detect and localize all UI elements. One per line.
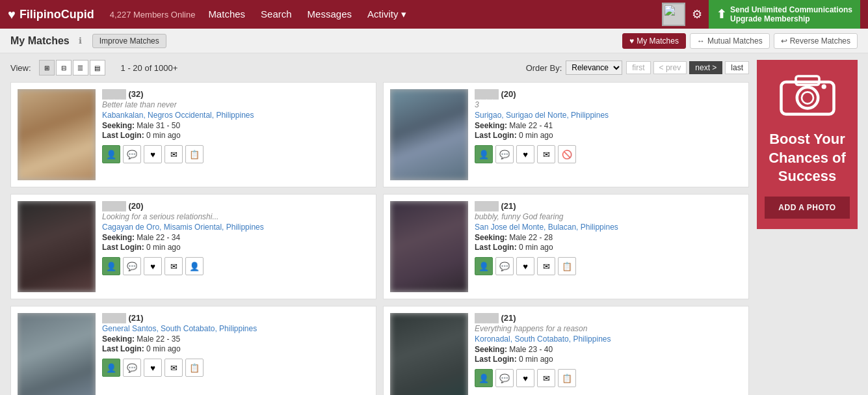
match-last-login: Last Login: 0 min ago — [102, 131, 369, 140]
message-btn[interactable]: 💬 — [123, 359, 141, 377]
wink-btn[interactable]: ✉ — [537, 369, 555, 387]
block-btn[interactable]: 📋 — [558, 257, 576, 275]
match-photo[interactable] — [18, 201, 96, 292]
add-friend-btn[interactable]: 👤 — [475, 145, 493, 163]
like-btn[interactable]: ♥ — [144, 359, 162, 377]
match-name[interactable]: ████ (20) — [102, 201, 369, 211]
match-actions: 👤 💬 ♥ ✉ 📋 — [475, 257, 742, 275]
match-name[interactable]: ████ (21) — [475, 313, 742, 323]
message-btn[interactable]: 💬 — [495, 145, 514, 163]
view-small-grid[interactable]: ⊟ — [56, 60, 72, 75]
add-friend-btn[interactable]: 👤 — [475, 257, 493, 275]
page-prev[interactable]: < prev — [653, 61, 687, 74]
match-photo[interactable] — [390, 313, 468, 395]
add-friend-btn[interactable]: 👤 — [102, 359, 120, 377]
view-toggle: ⊞ ⊟ ☰ ▤ — [39, 60, 105, 75]
match-location: San Jose del Monte, Bulacan, Philippines — [475, 223, 742, 232]
match-photo[interactable] — [18, 89, 96, 180]
page-next[interactable]: next > — [689, 61, 722, 74]
nav-matches[interactable]: Matches — [208, 8, 245, 20]
top-navigation: ♥ FilipinoCupid 4,227 Members Online Mat… — [0, 0, 868, 29]
block-btn[interactable]: 📋 — [558, 369, 576, 387]
like-btn[interactable]: ♥ — [516, 257, 534, 275]
match-photo[interactable] — [18, 313, 96, 395]
upgrade-banner[interactable]: ⬆ Send Unlimited Communications Upgrade … — [709, 0, 860, 29]
match-name[interactable]: ████ (20) — [475, 89, 742, 99]
order-by-control: Order By: Relevance Last Login Age Dista… — [526, 61, 749, 75]
content-area: View: ⊞ ⊟ ☰ ▤ 1 - 20 of 1000+ Order By: … — [10, 60, 749, 395]
like-btn[interactable]: ♥ — [516, 145, 534, 163]
match-tagline: Looking for a serious relationshi... — [102, 212, 369, 221]
add-friend-btn[interactable]: 👤 — [102, 145, 120, 163]
page-last[interactable]: last — [725, 61, 749, 74]
wink-btn[interactable]: ✉ — [537, 145, 555, 163]
message-btn[interactable]: 💬 — [495, 369, 514, 387]
ad-box: Boost Your Chances of Success ADD A PHOT… — [757, 60, 858, 229]
message-btn[interactable]: 💬 — [123, 257, 141, 275]
pagination: first < prev next > last — [626, 61, 749, 74]
match-card: ████ (20) 3 Surigao, Surigao del Norte, … — [383, 82, 749, 187]
message-btn[interactable]: 💬 — [123, 145, 141, 163]
heart-tab-icon: ♥ — [629, 36, 634, 46]
add-friend-btn[interactable]: 👤 — [102, 257, 120, 275]
match-last-login: Last Login: 0 min ago — [102, 344, 369, 353]
match-info: ████ (32) Better late than never Kabanka… — [102, 89, 369, 180]
match-photo[interactable] — [390, 201, 468, 292]
tab-mutual-matches[interactable]: ↔ Mutual Matches — [690, 33, 770, 49]
match-tagline: bubbly, funny God fearing — [475, 212, 742, 221]
matches-grid: ████ (32) Better late than never Kabanka… — [10, 82, 749, 395]
match-name[interactable]: ████ (32) — [102, 89, 369, 99]
camera-icon — [778, 70, 837, 122]
nav-links: Matches Search Messages Activity ▾ — [208, 8, 662, 20]
order-by-select[interactable]: Relevance Last Login Age Distance — [566, 61, 622, 75]
add-photo-button[interactable]: ADD A PHOTO — [765, 197, 850, 219]
user-avatar[interactable] — [662, 3, 685, 26]
like-btn[interactable]: ♥ — [144, 145, 162, 163]
match-tabs: ♥ My Matches ↔ Mutual Matches ↩ Reverse … — [622, 33, 858, 49]
wink-btn[interactable]: ✉ — [164, 257, 183, 275]
view-list[interactable]: ☰ — [73, 60, 88, 75]
wink-btn[interactable]: ✉ — [537, 257, 555, 275]
nav-activity[interactable]: Activity ▾ — [367, 8, 406, 20]
message-btn[interactable]: 💬 — [495, 257, 514, 275]
match-seeking: Seeking: Male 22 - 34 — [102, 233, 369, 242]
tab-reverse-matches[interactable]: ↩ Reverse Matches — [774, 33, 858, 49]
nav-right-controls: ⚙ ⬆ Send Unlimited Communications Upgrad… — [662, 0, 860, 29]
order-by-label: Order By: — [526, 63, 562, 73]
match-actions: 👤 💬 ♥ ✉ 📋 — [102, 145, 369, 163]
match-last-login: Last Login: 0 min ago — [102, 243, 369, 252]
improve-matches-button[interactable]: Improve Matches — [92, 34, 166, 48]
add-friend-btn[interactable]: 👤 — [475, 369, 493, 387]
like-btn[interactable]: ♥ — [516, 369, 534, 387]
site-logo[interactable]: ♥ FilipinoCupid — [8, 7, 94, 22]
match-photo[interactable] — [390, 89, 468, 180]
wink-btn[interactable]: ✉ — [164, 359, 183, 377]
tab-my-matches[interactable]: ♥ My Matches — [622, 33, 686, 49]
nav-search[interactable]: Search — [261, 8, 292, 20]
view-large-grid[interactable]: ⊞ — [39, 60, 55, 75]
match-info: ████ (20) Looking for a serious relation… — [102, 201, 369, 292]
like-btn[interactable]: ♥ — [144, 257, 162, 275]
nav-messages[interactable]: Messages — [308, 8, 352, 20]
match-actions: 👤 💬 ♥ ✉ 📋 — [475, 369, 742, 387]
match-card: ████ (21) Everything happens for a reaso… — [383, 306, 749, 395]
wink-btn[interactable]: ✉ — [164, 145, 183, 163]
match-name[interactable]: ████ (21) — [475, 201, 742, 211]
match-card: ████ (21) General Santos, South Cotabato… — [10, 306, 376, 395]
block-btn[interactable]: 📋 — [185, 145, 204, 163]
block-btn[interactable]: 👤 — [185, 257, 204, 275]
match-seeking: Seeking: Male 22 - 35 — [102, 334, 369, 344]
match-name[interactable]: ████ (21) — [102, 313, 369, 323]
block-btn[interactable]: 🚫 — [558, 145, 576, 163]
match-card: ████ (32) Better late than never Kabanka… — [10, 82, 376, 187]
block-btn[interactable]: 📋 — [185, 359, 204, 377]
match-last-login: Last Login: 0 min ago — [475, 355, 742, 364]
view-detail[interactable]: ▤ — [90, 60, 105, 75]
info-icon[interactable]: ℹ — [79, 36, 82, 46]
settings-icon[interactable]: ⚙ — [692, 7, 702, 21]
page-first[interactable]: first — [626, 61, 650, 74]
upgrade-arrow-icon: ⬆ — [717, 7, 726, 21]
match-card: ████ (20) Looking for a serious relation… — [10, 194, 376, 299]
heart-icon: ♥ — [8, 7, 16, 22]
match-card: ████ (21) bubbly, funny God fearing San … — [383, 194, 749, 299]
